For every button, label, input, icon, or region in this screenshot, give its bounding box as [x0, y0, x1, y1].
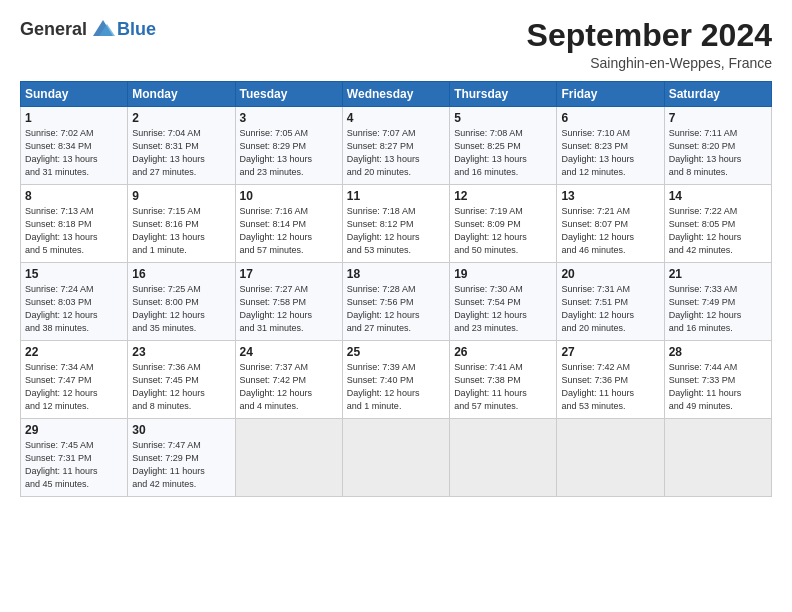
table-row: 12Sunrise: 7:19 AM Sunset: 8:09 PM Dayli… — [450, 185, 557, 263]
col-sunday: Sunday — [21, 82, 128, 107]
day-number: 28 — [669, 345, 767, 359]
day-number: 23 — [132, 345, 230, 359]
location: Sainghin-en-Weppes, France — [527, 55, 772, 71]
day-info: Sunrise: 7:05 AM Sunset: 8:29 PM Dayligh… — [240, 127, 338, 179]
day-number: 27 — [561, 345, 659, 359]
table-row: 21Sunrise: 7:33 AM Sunset: 7:49 PM Dayli… — [664, 263, 771, 341]
day-info: Sunrise: 7:11 AM Sunset: 8:20 PM Dayligh… — [669, 127, 767, 179]
day-number: 13 — [561, 189, 659, 203]
day-info: Sunrise: 7:07 AM Sunset: 8:27 PM Dayligh… — [347, 127, 445, 179]
header: General Blue September 2024 Sainghin-en-… — [20, 18, 772, 71]
table-row: 14Sunrise: 7:22 AM Sunset: 8:05 PM Dayli… — [664, 185, 771, 263]
table-row: 8Sunrise: 7:13 AM Sunset: 8:18 PM Daylig… — [21, 185, 128, 263]
day-info: Sunrise: 7:18 AM Sunset: 8:12 PM Dayligh… — [347, 205, 445, 257]
logo-general-text: General — [20, 19, 87, 40]
table-row: 24Sunrise: 7:37 AM Sunset: 7:42 PM Dayli… — [235, 341, 342, 419]
table-row: 9Sunrise: 7:15 AM Sunset: 8:16 PM Daylig… — [128, 185, 235, 263]
day-number: 18 — [347, 267, 445, 281]
day-info: Sunrise: 7:15 AM Sunset: 8:16 PM Dayligh… — [132, 205, 230, 257]
table-row: 2Sunrise: 7:04 AM Sunset: 8:31 PM Daylig… — [128, 107, 235, 185]
day-number: 14 — [669, 189, 767, 203]
day-info: Sunrise: 7:28 AM Sunset: 7:56 PM Dayligh… — [347, 283, 445, 335]
day-number: 17 — [240, 267, 338, 281]
day-info: Sunrise: 7:08 AM Sunset: 8:25 PM Dayligh… — [454, 127, 552, 179]
logo: General Blue — [20, 18, 156, 40]
table-row: 29Sunrise: 7:45 AM Sunset: 7:31 PM Dayli… — [21, 419, 128, 497]
table-row: 1Sunrise: 7:02 AM Sunset: 8:34 PM Daylig… — [21, 107, 128, 185]
day-info: Sunrise: 7:45 AM Sunset: 7:31 PM Dayligh… — [25, 439, 123, 491]
table-row — [557, 419, 664, 497]
day-info: Sunrise: 7:33 AM Sunset: 7:49 PM Dayligh… — [669, 283, 767, 335]
calendar-week-row: 15Sunrise: 7:24 AM Sunset: 8:03 PM Dayli… — [21, 263, 772, 341]
day-info: Sunrise: 7:16 AM Sunset: 8:14 PM Dayligh… — [240, 205, 338, 257]
table-row: 3Sunrise: 7:05 AM Sunset: 8:29 PM Daylig… — [235, 107, 342, 185]
table-row: 22Sunrise: 7:34 AM Sunset: 7:47 PM Dayli… — [21, 341, 128, 419]
day-number: 15 — [25, 267, 123, 281]
day-number: 22 — [25, 345, 123, 359]
day-number: 1 — [25, 111, 123, 125]
col-wednesday: Wednesday — [342, 82, 449, 107]
day-info: Sunrise: 7:24 AM Sunset: 8:03 PM Dayligh… — [25, 283, 123, 335]
table-row: 28Sunrise: 7:44 AM Sunset: 7:33 PM Dayli… — [664, 341, 771, 419]
title-block: September 2024 Sainghin-en-Weppes, Franc… — [527, 18, 772, 71]
table-row: 10Sunrise: 7:16 AM Sunset: 8:14 PM Dayli… — [235, 185, 342, 263]
col-thursday: Thursday — [450, 82, 557, 107]
table-row: 18Sunrise: 7:28 AM Sunset: 7:56 PM Dayli… — [342, 263, 449, 341]
calendar-week-row: 8Sunrise: 7:13 AM Sunset: 8:18 PM Daylig… — [21, 185, 772, 263]
day-info: Sunrise: 7:19 AM Sunset: 8:09 PM Dayligh… — [454, 205, 552, 257]
day-info: Sunrise: 7:39 AM Sunset: 7:40 PM Dayligh… — [347, 361, 445, 413]
day-number: 16 — [132, 267, 230, 281]
table-row: 11Sunrise: 7:18 AM Sunset: 8:12 PM Dayli… — [342, 185, 449, 263]
day-number: 11 — [347, 189, 445, 203]
day-info: Sunrise: 7:41 AM Sunset: 7:38 PM Dayligh… — [454, 361, 552, 413]
logo-icon — [89, 18, 117, 40]
table-row: 23Sunrise: 7:36 AM Sunset: 7:45 PM Dayli… — [128, 341, 235, 419]
table-row: 13Sunrise: 7:21 AM Sunset: 8:07 PM Dayli… — [557, 185, 664, 263]
calendar-week-row: 1Sunrise: 7:02 AM Sunset: 8:34 PM Daylig… — [21, 107, 772, 185]
col-monday: Monday — [128, 82, 235, 107]
day-info: Sunrise: 7:10 AM Sunset: 8:23 PM Dayligh… — [561, 127, 659, 179]
day-info: Sunrise: 7:22 AM Sunset: 8:05 PM Dayligh… — [669, 205, 767, 257]
month-title: September 2024 — [527, 18, 772, 53]
day-info: Sunrise: 7:02 AM Sunset: 8:34 PM Dayligh… — [25, 127, 123, 179]
table-row — [664, 419, 771, 497]
day-info: Sunrise: 7:37 AM Sunset: 7:42 PM Dayligh… — [240, 361, 338, 413]
day-info: Sunrise: 7:30 AM Sunset: 7:54 PM Dayligh… — [454, 283, 552, 335]
calendar-week-row: 29Sunrise: 7:45 AM Sunset: 7:31 PM Dayli… — [21, 419, 772, 497]
col-saturday: Saturday — [664, 82, 771, 107]
table-row — [235, 419, 342, 497]
day-number: 9 — [132, 189, 230, 203]
table-row: 26Sunrise: 7:41 AM Sunset: 7:38 PM Dayli… — [450, 341, 557, 419]
day-number: 30 — [132, 423, 230, 437]
day-number: 25 — [347, 345, 445, 359]
table-row: 4Sunrise: 7:07 AM Sunset: 8:27 PM Daylig… — [342, 107, 449, 185]
table-row: 17Sunrise: 7:27 AM Sunset: 7:58 PM Dayli… — [235, 263, 342, 341]
day-number: 2 — [132, 111, 230, 125]
table-row: 25Sunrise: 7:39 AM Sunset: 7:40 PM Dayli… — [342, 341, 449, 419]
day-info: Sunrise: 7:04 AM Sunset: 8:31 PM Dayligh… — [132, 127, 230, 179]
day-number: 26 — [454, 345, 552, 359]
table-row — [342, 419, 449, 497]
table-row — [450, 419, 557, 497]
day-number: 5 — [454, 111, 552, 125]
table-row: 15Sunrise: 7:24 AM Sunset: 8:03 PM Dayli… — [21, 263, 128, 341]
day-info: Sunrise: 7:25 AM Sunset: 8:00 PM Dayligh… — [132, 283, 230, 335]
day-info: Sunrise: 7:44 AM Sunset: 7:33 PM Dayligh… — [669, 361, 767, 413]
day-info: Sunrise: 7:13 AM Sunset: 8:18 PM Dayligh… — [25, 205, 123, 257]
day-number: 6 — [561, 111, 659, 125]
day-number: 7 — [669, 111, 767, 125]
table-row: 6Sunrise: 7:10 AM Sunset: 8:23 PM Daylig… — [557, 107, 664, 185]
day-number: 10 — [240, 189, 338, 203]
day-info: Sunrise: 7:47 AM Sunset: 7:29 PM Dayligh… — [132, 439, 230, 491]
table-row: 5Sunrise: 7:08 AM Sunset: 8:25 PM Daylig… — [450, 107, 557, 185]
day-number: 29 — [25, 423, 123, 437]
table-row: 7Sunrise: 7:11 AM Sunset: 8:20 PM Daylig… — [664, 107, 771, 185]
day-number: 20 — [561, 267, 659, 281]
day-number: 8 — [25, 189, 123, 203]
day-info: Sunrise: 7:36 AM Sunset: 7:45 PM Dayligh… — [132, 361, 230, 413]
col-friday: Friday — [557, 82, 664, 107]
table-row: 20Sunrise: 7:31 AM Sunset: 7:51 PM Dayli… — [557, 263, 664, 341]
header-row: Sunday Monday Tuesday Wednesday Thursday… — [21, 82, 772, 107]
day-number: 21 — [669, 267, 767, 281]
day-number: 19 — [454, 267, 552, 281]
